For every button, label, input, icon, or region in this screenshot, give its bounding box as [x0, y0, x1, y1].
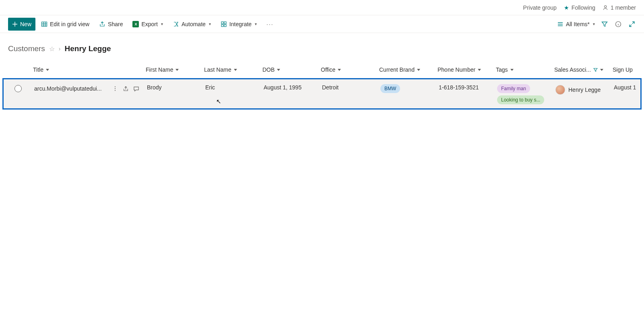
person-icon: [603, 5, 608, 10]
chevron-down-icon: ▾: [161, 22, 163, 26]
chevron-down-icon: [478, 69, 481, 71]
overflow-button[interactable]: ···: [262, 18, 278, 31]
column-header-row: Title First Name Last Name DOB Office Cu…: [2, 61, 642, 78]
svg-point-9: [115, 90, 116, 91]
integrate-label: Integrate: [229, 21, 252, 27]
svg-rect-5: [224, 25, 226, 27]
chevron-down-icon: ▾: [255, 22, 257, 26]
chevron-down-icon: [277, 69, 280, 71]
cell-signup: August 1: [614, 84, 636, 91]
plus-icon: [12, 21, 18, 27]
row-more-button[interactable]: [111, 84, 120, 93]
row-select-checkbox[interactable]: [14, 85, 22, 92]
new-label: New: [20, 21, 31, 27]
favorite-star-icon[interactable]: ☆: [49, 45, 55, 53]
flow-icon: [173, 21, 179, 27]
chevron-down-icon: [338, 69, 341, 71]
column-header-dob[interactable]: DOB: [259, 66, 318, 73]
column-header-signup[interactable]: Sign Up: [609, 66, 644, 73]
avatar: [555, 85, 565, 95]
cell-office: Detroit: [322, 84, 339, 91]
breadcrumb-current: Henry Legge: [65, 44, 111, 53]
export-button[interactable]: X Export ▾: [128, 18, 167, 31]
associate-name: Henry Legge: [568, 87, 601, 93]
column-header-phone[interactable]: Phone Number: [434, 66, 493, 73]
filter-pane-button[interactable]: [601, 20, 609, 28]
associate-cell[interactable]: Henry Legge: [555, 85, 601, 95]
following-label: Following: [572, 4, 595, 11]
column-header-last-name[interactable]: Last Name: [201, 66, 259, 73]
breadcrumb: Customers ☆ › Henry Legge: [0, 33, 644, 61]
cell-title[interactable]: arcu.Morbi@vulputatedui...: [34, 85, 109, 92]
chevron-down-icon: ▾: [209, 22, 211, 26]
export-label: Export: [141, 21, 157, 27]
chevron-down-icon: [175, 69, 179, 71]
chevron-down-icon: [510, 69, 514, 71]
list-view: Title First Name Last Name DOB Office Cu…: [2, 61, 642, 110]
automate-button[interactable]: Automate ▾: [169, 18, 215, 31]
new-button[interactable]: New: [8, 18, 35, 31]
edit-grid-button[interactable]: Edit in grid view: [37, 18, 93, 31]
column-header-office[interactable]: Office: [318, 66, 376, 73]
brand-badge: BMW: [380, 84, 400, 93]
row-share-icon[interactable]: [121, 84, 130, 93]
svg-rect-2: [221, 22, 223, 24]
tag-badge: Family man: [497, 84, 530, 93]
svg-point-0: [604, 5, 606, 7]
automate-label: Automate: [182, 21, 206, 27]
share-icon: [99, 21, 105, 27]
cursor-icon: ↖: [216, 98, 221, 105]
svg-point-7: [115, 86, 116, 87]
column-header-brand[interactable]: Current Brand: [376, 66, 434, 73]
chevron-down-icon: [46, 69, 49, 71]
svg-point-8: [115, 88, 116, 89]
members-button[interactable]: 1 member: [603, 4, 636, 11]
command-bar: New Edit in grid view Share X Export ▾: [0, 15, 644, 33]
cell-phone: 1-618-159-3521: [439, 84, 479, 91]
info-pane-button[interactable]: [614, 20, 622, 28]
list-icon: [557, 21, 564, 27]
breadcrumb-separator-icon: ›: [59, 46, 61, 52]
column-header-first-name[interactable]: First Name: [142, 66, 201, 73]
tags-cell: Family man Looking to buy s...: [497, 84, 544, 104]
chevron-down-icon: ▾: [593, 22, 595, 26]
chevron-down-icon: [600, 69, 603, 71]
grid-icon: [41, 21, 47, 27]
edit-grid-label: Edit in grid view: [50, 21, 89, 27]
tag-badge: Looking to buy s...: [497, 95, 544, 104]
row-comment-icon[interactable]: [132, 84, 140, 93]
breadcrumb-root[interactable]: Customers: [8, 44, 45, 53]
svg-rect-4: [221, 25, 223, 27]
view-selector[interactable]: All Items* ▾: [557, 21, 595, 27]
chevron-down-icon: [417, 69, 420, 71]
integrate-icon: [221, 21, 227, 27]
table-row[interactable]: arcu.Morbi@vulputatedui... Brody Eric Au…: [2, 78, 642, 110]
share-button[interactable]: Share: [95, 18, 127, 31]
column-header-tags[interactable]: Tags: [493, 66, 551, 73]
integrate-button[interactable]: Integrate ▾: [217, 18, 261, 31]
member-count-label: 1 member: [611, 4, 636, 11]
cell-dob: August 1, 1995: [264, 84, 301, 91]
cell-last-name: Eric: [205, 84, 215, 91]
svg-rect-1: [42, 22, 47, 26]
excel-icon: X: [132, 21, 139, 27]
star-filled-icon: ★: [564, 4, 569, 11]
share-label: Share: [108, 21, 123, 27]
site-header: Private group ★ Following 1 member: [0, 0, 644, 15]
column-header-associate[interactable]: Sales Associ...: [551, 66, 609, 73]
expand-button[interactable]: [628, 20, 636, 28]
filter-applied-icon: [593, 68, 598, 72]
more-icon: ···: [266, 21, 274, 27]
view-name-label: All Items*: [566, 21, 590, 27]
privacy-label: Private group: [523, 4, 557, 11]
chevron-down-icon: [234, 69, 237, 71]
svg-rect-3: [224, 22, 226, 24]
following-toggle[interactable]: ★ Following: [564, 4, 595, 11]
cell-first-name: Brody: [147, 84, 162, 91]
column-header-title[interactable]: Title: [30, 66, 142, 73]
